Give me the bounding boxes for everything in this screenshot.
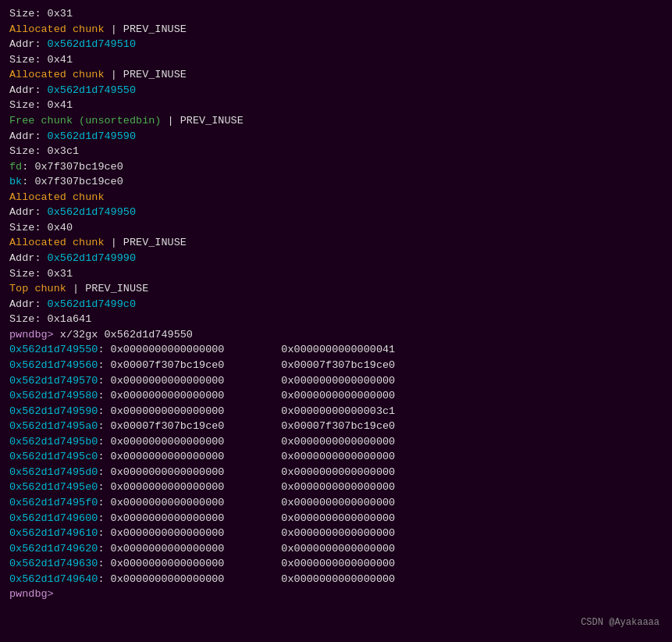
terminal-line-hex15: 0x562d1d749630: 0x0000000000000000 0x000…: [9, 556, 663, 572]
terminal-line-hex7: 0x562d1d7495b0: 0x0000000000000000 0x000…: [9, 434, 663, 450]
terminal-line-hex10: 0x562d1d7495e0: 0x0000000000000000 0x000…: [9, 480, 663, 495]
terminal-line-free1-header: Free chunk (unsortedbin) | PREV_INUSE: [9, 113, 663, 129]
terminal-line-alloc1-header: Allocated chunk | PREV_INUSE: [9, 22, 663, 37]
terminal-line-alloc2-size: Size: 0x41: [9, 98, 663, 113]
terminal-line-hex6: 0x562d1d7495a0: 0x00007f307bc19ce0 0x000…: [9, 419, 663, 434]
terminal: Size: 0x31Allocated chunk | PREV_INUSEAd…: [9, 6, 663, 602]
terminal-line-hex11: 0x562d1d7495f0: 0x0000000000000000 0x000…: [9, 495, 663, 511]
terminal-line-hex4: 0x562d1d749580: 0x0000000000000000 0x000…: [9, 388, 663, 404]
watermark: CSDN @Ayakaaaa: [581, 616, 660, 630]
terminal-line-hex5: 0x562d1d749590: 0x0000000000000000 0x000…: [9, 404, 663, 419]
terminal-line-alloc3-addr: Addr: 0x562d1d749950: [9, 205, 663, 220]
terminal-line-hex3: 0x562d1d749570: 0x0000000000000000 0x000…: [9, 373, 663, 389]
terminal-line-size-0x31: Size: 0x31: [9, 6, 663, 22]
terminal-line-free1-fd: fd: 0x7f307bc19ce0: [9, 159, 663, 175]
terminal-line-alloc1-addr: Addr: 0x562d1d749510: [9, 37, 663, 52]
terminal-line-alloc3-size: Size: 0x40: [9, 220, 663, 236]
terminal-line-alloc1-size: Size: 0x41: [9, 52, 663, 68]
terminal-line-hex16: 0x562d1d749640: 0x0000000000000000 0x000…: [9, 572, 663, 587]
terminal-line-hex8: 0x562d1d7495c0: 0x0000000000000000 0x000…: [9, 449, 663, 465]
terminal-line-hex1: 0x562d1d749550: 0x0000000000000000 0x000…: [9, 342, 663, 358]
terminal-line-hex13: 0x562d1d749610: 0x0000000000000000 0x000…: [9, 526, 663, 541]
terminal-line-pwndbg-cmd: pwndbg> x/32gx 0x562d1d749550: [9, 327, 663, 343]
terminal-line-pwndbg-prompt: pwndbg>: [9, 587, 663, 602]
terminal-line-alloc3-header: Allocated chunk: [9, 190, 663, 205]
terminal-line-free1-addr: Addr: 0x562d1d749590: [9, 129, 663, 144]
terminal-line-alloc2-header: Allocated chunk | PREV_INUSE: [9, 67, 663, 83]
terminal-line-hex12: 0x562d1d749600: 0x0000000000000000 0x000…: [9, 511, 663, 526]
terminal-line-alloc4-header: Allocated chunk | PREV_INUSE: [9, 235, 663, 251]
terminal-line-top-size: Size: 0x1a641: [9, 312, 663, 327]
terminal-line-hex2: 0x562d1d749560: 0x00007f307bc19ce0 0x000…: [9, 358, 663, 373]
terminal-line-free1-bk: bk: 0x7f307bc19ce0: [9, 174, 663, 190]
terminal-line-hex14: 0x562d1d749620: 0x0000000000000000 0x000…: [9, 541, 663, 557]
terminal-line-alloc4-size: Size: 0x31: [9, 266, 663, 282]
terminal-line-hex9: 0x562d1d7495d0: 0x0000000000000000 0x000…: [9, 465, 663, 480]
terminal-line-free1-size: Size: 0x3c1: [9, 144, 663, 159]
terminal-line-alloc4-addr: Addr: 0x562d1d749990: [9, 251, 663, 266]
terminal-line-alloc2-addr: Addr: 0x562d1d749550: [9, 83, 663, 98]
terminal-line-top-header: Top chunk | PREV_INUSE: [9, 281, 663, 297]
terminal-line-top-addr: Addr: 0x562d1d7499c0: [9, 297, 663, 312]
